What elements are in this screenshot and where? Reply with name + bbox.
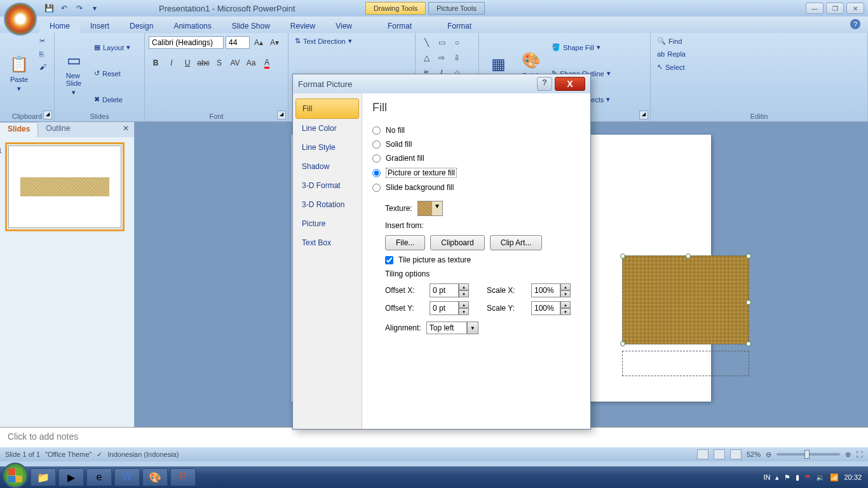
nav-line-color[interactable]: Line Color — [295, 119, 359, 138]
shape-triangle[interactable]: △ — [419, 51, 433, 65]
shape-arrow[interactable]: ⇨ — [435, 51, 449, 65]
shape-arrow-down[interactable]: ⇩ — [450, 51, 464, 65]
resize-handle[interactable] — [686, 254, 691, 259]
tray-clock[interactable]: 20:32 — [844, 473, 862, 481]
contextual-tab-drawing[interactable]: Drawing Tools — [365, 2, 426, 15]
resize-handle[interactable] — [620, 341, 625, 346]
offset-x-down[interactable]: ▼ — [459, 290, 469, 297]
offset-x-input[interactable] — [430, 283, 459, 297]
tab-review[interactable]: Review — [280, 19, 325, 33]
pane-close-icon[interactable]: ✕ — [118, 122, 134, 137]
insert-clipart-button[interactable]: Clip Art... — [490, 235, 543, 250]
tab-view[interactable]: View — [325, 19, 362, 33]
text-placeholder[interactable] — [622, 351, 749, 376]
pane-tab-slides[interactable]: Slides — [0, 122, 38, 137]
tile-checkbox[interactable] — [385, 256, 393, 264]
resize-handle[interactable] — [746, 300, 751, 305]
slideshow-view-button[interactable] — [730, 449, 742, 459]
selected-shape[interactable] — [622, 255, 749, 344]
reset-button[interactable]: ↺ Reset — [92, 68, 133, 79]
delete-button[interactable]: ✖ Delete — [92, 94, 133, 105]
change-case-button[interactable]: Aa — [244, 56, 258, 70]
taskbar-word-icon[interactable]: W — [114, 468, 140, 486]
tray-network-icon[interactable]: 📶 — [830, 473, 839, 482]
nav-3d-format[interactable]: 3-D Format — [295, 176, 359, 195]
pane-tab-outline[interactable]: Outline — [38, 122, 78, 137]
italic-button[interactable]: I — [165, 56, 179, 70]
shadow-button[interactable]: S — [212, 56, 226, 70]
start-button[interactable] — [3, 463, 28, 488]
qat-custom-dropdown[interactable]: ▾ — [88, 2, 102, 15]
scale-x-up[interactable]: ▲ — [560, 283, 571, 290]
scale-y-up[interactable]: ▲ — [560, 301, 571, 308]
zoom-slider[interactable] — [776, 453, 840, 456]
grow-font-button[interactable]: A▴ — [252, 36, 266, 50]
offset-y-down[interactable]: ▼ — [459, 308, 469, 315]
font-size-combo[interactable] — [226, 36, 250, 49]
qat-save-icon[interactable]: 💾 — [42, 2, 56, 15]
tray-antivirus-icon[interactable]: ☂ — [804, 473, 811, 482]
qat-undo-icon[interactable]: ↶ — [57, 2, 71, 15]
alignment-combo[interactable] — [426, 322, 467, 334]
minimize-button[interactable]: — — [806, 3, 824, 14]
close-button[interactable]: ✕ — [846, 3, 864, 14]
replace-button[interactable]: ab Repla — [654, 49, 864, 59]
shape-line[interactable]: ╲ — [419, 36, 433, 50]
tray-show-hidden-icon[interactable]: ▴ — [775, 473, 779, 482]
shrink-font-button[interactable]: A▾ — [268, 36, 281, 50]
zoom-out-button[interactable]: ⊖ — [766, 451, 771, 459]
clipboard-launcher[interactable]: ◢ — [43, 111, 52, 119]
sorter-view-button[interactable] — [714, 449, 725, 459]
dialog-help-button[interactable]: ? — [537, 77, 552, 91]
contextual-tab-picture[interactable]: Picture Tools — [428, 2, 485, 15]
normal-view-button[interactable] — [697, 449, 709, 459]
taskbar-powerpoint-icon[interactable]: P — [170, 468, 196, 486]
find-button[interactable]: 🔍 Find — [654, 36, 864, 46]
underline-button[interactable]: U — [180, 56, 194, 70]
nav-shadow[interactable]: Shadow — [295, 157, 359, 176]
restore-button[interactable]: ❐ — [826, 3, 844, 14]
tab-home[interactable]: Home — [39, 19, 80, 33]
cut-button[interactable]: ✂ — [37, 36, 49, 46]
offset-y-up[interactable]: ▲ — [459, 301, 469, 308]
radio-gradient-fill[interactable] — [372, 154, 381, 163]
radio-picture-fill[interactable] — [372, 169, 381, 177]
texture-picker[interactable]: ▾ — [417, 201, 443, 216]
nav-3d-rotation[interactable]: 3-D Rotation — [295, 195, 359, 214]
layout-button[interactable]: ▦ Layout ▾ — [92, 42, 133, 53]
font-launcher[interactable]: ◢ — [277, 111, 286, 119]
fit-to-window-button[interactable]: ⛶ — [856, 451, 863, 458]
taskbar-explorer-icon[interactable]: 📁 — [31, 468, 56, 486]
radio-no-fill[interactable] — [372, 126, 381, 135]
tab-format-drawing[interactable]: Format — [377, 19, 422, 33]
zoom-in-button[interactable]: ⊕ — [845, 451, 851, 459]
bold-button[interactable]: B — [149, 56, 163, 70]
scale-y-down[interactable]: ▼ — [560, 308, 571, 315]
tray-flag-icon[interactable]: ⚑ — [784, 473, 790, 482]
char-spacing-button[interactable]: AV — [228, 56, 242, 70]
resize-handle[interactable] — [746, 341, 751, 346]
paste-button[interactable]: 📋 Paste▾ — [4, 36, 34, 111]
copy-button[interactable]: ⎘ — [37, 49, 49, 59]
tab-insert[interactable]: Insert — [80, 19, 119, 33]
insert-clipboard-button[interactable]: Clipboard — [430, 235, 484, 250]
taskbar-wmp-icon[interactable]: ▶ — [58, 468, 84, 486]
spellcheck-icon[interactable]: ✓ — [97, 451, 102, 459]
nav-fill[interactable]: Fill — [295, 98, 359, 119]
tray-battery-icon[interactable]: ▮ — [796, 473, 799, 482]
help-icon[interactable]: ? — [850, 19, 860, 29]
dialog-close-button[interactable]: X — [555, 77, 585, 91]
tab-slideshow[interactable]: Slide Show — [222, 19, 280, 33]
tab-format-picture[interactable]: Format — [437, 19, 482, 33]
scale-y-input[interactable] — [531, 301, 560, 315]
insert-file-button[interactable]: File... — [385, 235, 425, 250]
font-color-button[interactable]: A — [260, 56, 274, 70]
tab-animations[interactable]: Animations — [163, 19, 221, 33]
shape-rect[interactable]: ▭ — [435, 36, 449, 50]
nav-line-style[interactable]: Line Style — [295, 138, 359, 157]
nav-textbox[interactable]: Text Box — [295, 233, 359, 252]
taskbar-ie-icon[interactable]: e — [86, 468, 112, 486]
tray-language[interactable]: IN — [763, 473, 770, 481]
font-name-combo[interactable] — [149, 36, 224, 49]
shape-oval[interactable]: ○ — [450, 36, 464, 50]
